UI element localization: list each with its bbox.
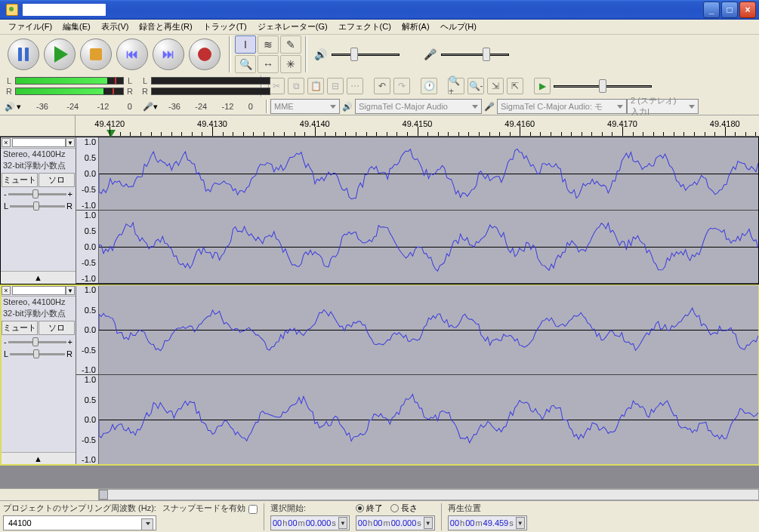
track-header: × ▼ Stereo, 44100Hz 32-bit浮動小数点 ミュート ソロ … (1, 137, 76, 284)
end-radio[interactable]: 終了 (356, 503, 383, 514)
playhead-icon (106, 130, 116, 137)
edit-toolbar: ✂ ⧉ 📋 ⊟ ⋯ ↶ ↷ 🕐 🔍+ 🔍- ⇲ ⇱ ▶ (265, 76, 655, 96)
menu-generate[interactable]: ジェネレーター(G) (252, 20, 333, 34)
envelope-tool[interactable]: ≋ (258, 35, 279, 54)
audio-position-label: 再生位置 (448, 503, 527, 514)
project-rate-label: プロジェクトのサンプリング周波数 (Hz): (3, 503, 156, 514)
input-device-select[interactable]: SigmaTel C-Major Audio: モ (497, 99, 627, 114)
track-2: × ▼ Stereo, 44100Hz 32-bit浮動小数点 ミュート ソロ … (0, 284, 759, 466)
mute-button[interactable]: ミュート (2, 173, 38, 187)
length-radio[interactable]: 長さ (390, 503, 418, 514)
snap-checkbox[interactable] (248, 505, 258, 514)
selection-end-input[interactable]: 00h 00m 00.000s ▼ (356, 515, 435, 530)
input-channels-select[interactable]: 2 (ステレオ)入力I (627, 99, 699, 114)
speaker-icon: 🔊 (340, 102, 355, 112)
menu-edit[interactable]: 編集(E) (57, 20, 96, 34)
pause-button[interactable] (8, 38, 39, 70)
speaker-icon: 🔊 (5, 102, 15, 112)
zoom-in-button[interactable]: 🔍+ (448, 78, 464, 94)
undo-button[interactable]: ↶ (374, 78, 390, 94)
maximize-button[interactable]: □ (721, 2, 738, 18)
timeshift-tool[interactable]: ↔ (258, 55, 279, 73)
silence-button[interactable]: ⋯ (347, 78, 363, 94)
mic-icon: 🎤 (143, 102, 153, 112)
pan-slider[interactable] (10, 353, 65, 355)
record-meter[interactable]: L R (137, 75, 273, 97)
toolbar-area: ⏮ ⏭ I ≋ ✎ 🔍 ↔ ✳ 🔊 🎤 LL RR (0, 35, 759, 115)
cut-button[interactable]: ✂ (268, 78, 285, 94)
mic-icon: 🎤 (424, 48, 437, 60)
playback-volume-slider[interactable] (332, 47, 400, 62)
speaker-icon: 🔊 (314, 48, 327, 60)
menu-file[interactable]: ファイル(F) (3, 20, 57, 34)
menu-help[interactable]: ヘルプ(H) (435, 20, 482, 34)
track-close-button[interactable]: × (2, 138, 11, 147)
gain-slider[interactable] (8, 341, 66, 343)
track-menu-button[interactable]: ▼ (66, 138, 75, 147)
record-button[interactable] (189, 38, 221, 70)
project-rate-select[interactable]: 44100 (3, 515, 156, 530)
copy-button[interactable]: ⧉ (288, 78, 304, 94)
stop-button[interactable] (80, 38, 112, 70)
waveform-right[interactable] (99, 375, 758, 464)
collapse-button[interactable]: ▲ (1, 271, 76, 284)
menu-effect[interactable]: エフェクト(C) (333, 20, 396, 34)
tools-toolbar: I ≋ ✎ 🔍 ↔ ✳ (233, 34, 303, 75)
waveform-left[interactable] (99, 285, 758, 374)
pan-slider[interactable] (10, 205, 65, 208)
track-name-input[interactable] (12, 138, 66, 147)
menu-analyze[interactable]: 解析(A) (396, 20, 435, 34)
mic-icon: 🎤 (482, 102, 497, 112)
track-header: × ▼ Stereo, 44100Hz 32-bit浮動小数点 ミュート ソロ … (1, 285, 76, 465)
host-select[interactable]: MME (270, 99, 340, 114)
menu-record[interactable]: 録音と再生(R) (134, 20, 197, 34)
output-device-select[interactable]: SigmaTel C-Major Audio (355, 99, 482, 114)
zoom-out-button[interactable]: 🔍- (467, 78, 484, 94)
track-menu-button[interactable]: ▼ (66, 286, 75, 295)
solo-button[interactable]: ソロ (39, 173, 75, 187)
waveform-left[interactable] (99, 137, 758, 210)
playback-meter[interactable]: LL RR (2, 75, 137, 97)
track-name-input[interactable] (12, 286, 66, 295)
zoom-tool[interactable]: 🔍 (235, 55, 256, 73)
tracks-panel: × ▼ Stereo, 44100Hz 32-bit浮動小数点 ミュート ソロ … (0, 137, 759, 488)
selection-tool[interactable]: I (235, 35, 256, 54)
sync-lock-button[interactable]: 🕐 (421, 78, 437, 94)
track-close-button[interactable]: × (2, 286, 11, 295)
record-volume-slider[interactable] (441, 47, 509, 62)
paste-button[interactable]: 📋 (307, 78, 324, 94)
minimize-button[interactable]: _ (703, 2, 720, 18)
gain-slider[interactable] (8, 193, 66, 195)
play-speed-slider[interactable] (554, 78, 652, 94)
fit-selection-button[interactable]: ⇲ (487, 78, 504, 94)
menu-view[interactable]: 表示(V) (96, 20, 134, 34)
timeline-ruler[interactable]: 49.412049.413049.414049.415049.416049.41… (0, 115, 759, 137)
waveform-right[interactable] (99, 211, 758, 283)
fit-project-button[interactable]: ⇱ (507, 78, 523, 94)
selection-start-input[interactable]: 00h 00m 00.000s ▼ (270, 515, 350, 530)
skip-end-button[interactable]: ⏭ (153, 38, 184, 70)
play-at-speed-button[interactable]: ▶ (534, 78, 551, 94)
close-button[interactable]: × (739, 2, 756, 18)
amplitude-scale: 1.00.50.0-0.5-1.0 (76, 137, 99, 210)
mute-button[interactable]: ミュート (2, 321, 38, 335)
redo-button[interactable]: ↷ (393, 78, 410, 94)
titlebar: _ □ × (0, 0, 759, 20)
app-icon (6, 4, 18, 16)
selection-start-label: 選択開始: (270, 503, 350, 514)
solo-button[interactable]: ソロ (39, 321, 75, 335)
collapse-button[interactable]: ▲ (1, 452, 76, 465)
draw-tool[interactable]: ✎ (280, 35, 301, 54)
track-bit: 32-bit浮動小数点 (1, 159, 76, 172)
menu-tracks[interactable]: トラック(T) (198, 20, 252, 34)
window-title (23, 4, 106, 16)
play-button[interactable] (44, 38, 76, 70)
snap-label: スナップモードを有効 (162, 503, 245, 514)
skip-start-button[interactable]: ⏮ (116, 38, 148, 70)
transport-toolbar: ⏮ ⏭ (2, 35, 227, 73)
track-format: Stereo, 44100Hz (1, 149, 76, 159)
multi-tool[interactable]: ✳ (280, 55, 301, 73)
audio-position-display: 00h 00m 49.459s ▼ (448, 515, 527, 530)
horizontal-scrollbar[interactable] (0, 488, 759, 500)
trim-button[interactable]: ⊟ (327, 78, 344, 94)
